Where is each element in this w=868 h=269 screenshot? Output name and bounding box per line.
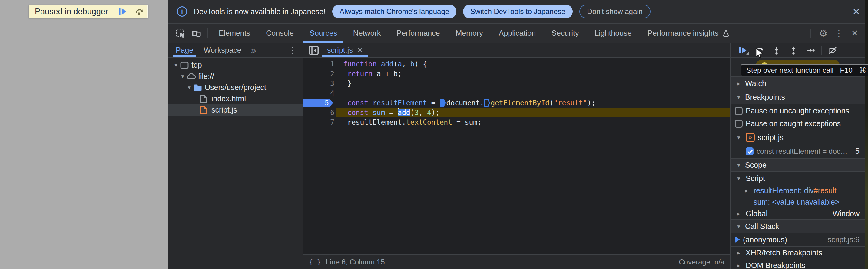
inline-breakpoint-outline-icon[interactable] <box>484 99 490 107</box>
tree-item-label: Users/user/project <box>205 83 266 92</box>
tab-performance-insights[interactable]: Performance insights <box>640 24 738 43</box>
device-toolbar-icon <box>191 28 202 38</box>
tree-item-top[interactable]: ▾top <box>168 59 303 71</box>
checkbox-checked[interactable] <box>746 147 753 155</box>
chevron-right-icon: ▸ <box>735 249 743 256</box>
gutter-line-number[interactable]: 4 <box>304 88 339 98</box>
scope-global[interactable]: ▸ Global Window <box>731 208 868 219</box>
inline-breakpoint-filled-icon[interactable] <box>440 99 446 107</box>
always-match-language-button[interactable]: Always match Chrome's language <box>332 4 457 19</box>
chevron-down-icon[interactable]: ▾ <box>185 84 193 91</box>
breakpoint-entry[interactable]: const resultElement = doc… 5 <box>731 144 868 158</box>
infobar-message: DevTools is now available in Japanese! <box>194 7 326 16</box>
more-tabs-icon[interactable]: » <box>249 43 259 57</box>
chevron-down-icon: ▾ <box>735 223 743 230</box>
code-text[interactable]: function add(a, b) { <box>339 59 730 69</box>
file-tree: ▾top▾file://▾Users/user/projectindex.htm… <box>168 58 303 115</box>
tab-network[interactable]: Network <box>345 24 389 43</box>
chevron-right-icon: ▸ <box>735 210 743 217</box>
call-stack-frame[interactable]: (anonymous) script.js:6 <box>731 233 868 246</box>
scope-script-label: Script <box>746 174 765 183</box>
scope-var-resultElement[interactable]: ▸ resultElement: div#result <box>731 185 868 196</box>
step-over-button[interactable] <box>751 43 768 57</box>
switch-devtools-japanese-button[interactable]: Switch DevTools to Japanese <box>463 4 573 19</box>
close-devtools-icon[interactable]: ✕ <box>847 28 863 38</box>
gutter-line-number[interactable]: 1 <box>304 59 339 69</box>
xhr-breakpoints-title: XHR/fetch Breakpoints <box>746 248 822 257</box>
tab-performance[interactable]: Performance <box>389 24 447 43</box>
tree-item-index-html[interactable]: index.html <box>168 93 303 104</box>
divider <box>810 28 811 38</box>
step-out-button[interactable] <box>785 43 802 57</box>
debugger-sidebar: ▸ Watch ▾ Breakpoints Pause on uncaught … <box>731 43 868 269</box>
tab-lighthouse[interactable]: Lighthouse <box>587 24 639 43</box>
toggle-navigator-button[interactable] <box>306 43 322 57</box>
step-over-icon <box>135 7 144 16</box>
settings-gear-icon[interactable]: ⚙ <box>815 28 831 39</box>
gutter-line-number[interactable]: 3 <box>304 79 339 88</box>
chevron-down-icon[interactable]: ▾ <box>179 73 187 80</box>
editor-tab-close-icon[interactable]: ✕ <box>357 46 363 55</box>
tab-page[interactable]: Page <box>173 43 196 57</box>
tree-item-file-[interactable]: ▾file:// <box>168 71 303 82</box>
code-text[interactable]: const resultElement = document.getElemen… <box>339 98 730 108</box>
section-call-stack[interactable]: ▾ Call Stack <box>731 219 868 233</box>
tab-elements[interactable]: Elements <box>211 24 258 43</box>
step-over-button-overlay[interactable] <box>131 5 148 18</box>
scope-var-sum[interactable]: sum: <value unavailable> <box>731 196 868 208</box>
breakpoint-gutter-line-5[interactable]: 5 <box>304 98 339 108</box>
device-toolbar-button[interactable] <box>188 24 204 43</box>
tab-workspace[interactable]: Workspace <box>200 43 244 57</box>
inspect-element-button[interactable] <box>173 24 188 43</box>
resume-button[interactable] <box>734 43 751 57</box>
cloud-icon <box>187 73 198 80</box>
section-watch[interactable]: ▸ Watch <box>731 76 868 90</box>
tab-memory[interactable]: Memory <box>447 24 491 43</box>
code-editor[interactable]: 1function add(a, b) {2 return a + b;3 }4… <box>304 58 730 254</box>
pretty-print-icon[interactable]: { } <box>309 258 321 266</box>
breakpoint-file-group[interactable]: ▾ ‹› script.js <box>731 130 868 144</box>
step-into-button[interactable] <box>768 43 785 57</box>
resume-script-button[interactable] <box>114 5 130 18</box>
pause-uncaught-exceptions-row[interactable]: Pause on uncaught exceptions <box>731 104 868 117</box>
devtools-window: i DevTools is now available in Japanese!… <box>168 0 868 269</box>
navigator-kebab-icon[interactable]: ⋮ <box>286 43 299 57</box>
kebab-menu-icon[interactable]: ⋮ <box>831 28 847 38</box>
tree-item-Users-user-project[interactable]: ▾Users/user/project <box>168 82 303 93</box>
dont-show-again-button[interactable]: Don't show again <box>579 4 651 19</box>
gutter-line-number[interactable]: 2 <box>304 69 339 79</box>
gutter-line-number[interactable]: 7 <box>304 117 339 127</box>
chevron-down-icon: ▾ <box>735 94 743 101</box>
gutter-line-number[interactable]: 6 <box>304 108 339 117</box>
call-stack-title: Call Stack <box>745 222 779 231</box>
editor-tab-scriptjs[interactable]: script.js ✕ <box>322 43 369 57</box>
checkbox-unchecked[interactable] <box>735 120 743 128</box>
code-text[interactable]: resultElement.textContent = sum; <box>339 117 730 127</box>
tab-application[interactable]: Application <box>491 24 544 43</box>
pause-caught-exceptions-row[interactable]: Pause on caught exceptions <box>731 117 868 130</box>
breakpoint-file-label: script.js <box>758 133 783 142</box>
code-text[interactable]: } <box>339 79 730 88</box>
code-text[interactable]: const sum = add(3, 4); <box>339 108 730 117</box>
section-xhr-breakpoints[interactable]: ▸ XHR/fetch Breakpoints <box>731 246 868 259</box>
infobar-close-icon[interactable]: ✕ <box>852 6 860 17</box>
tab-console[interactable]: Console <box>258 24 302 43</box>
tree-item-script-js[interactable]: script.js <box>168 104 303 115</box>
tab-security[interactable]: Security <box>544 24 587 43</box>
code-text[interactable]: return a + b; <box>339 69 730 79</box>
section-dom-breakpoints[interactable]: ▸ DOM Breakpoints <box>731 259 868 269</box>
section-breakpoints[interactable]: ▾ Breakpoints <box>731 90 868 104</box>
section-scope[interactable]: ▾ Scope <box>731 158 868 172</box>
deactivate-breakpoints-button[interactable] <box>825 43 841 57</box>
editor-statusbar: { } Line 6, Column 15 Coverage: n/a <box>304 254 730 269</box>
tab-sources[interactable]: Sources <box>302 24 345 43</box>
chevron-down-icon: ▾ <box>735 134 743 141</box>
var-value-id: #result <box>814 186 837 195</box>
paused-banner-label: Paused in debugger <box>29 5 114 18</box>
chevron-down-icon[interactable]: ▾ <box>172 61 180 69</box>
scope-script[interactable]: ▾ Script <box>731 172 868 185</box>
code-line-1: 1function add(a, b) { <box>304 59 730 69</box>
checkbox-unchecked[interactable] <box>735 107 743 115</box>
step-button[interactable] <box>802 43 819 57</box>
code-text[interactable] <box>339 88 730 98</box>
